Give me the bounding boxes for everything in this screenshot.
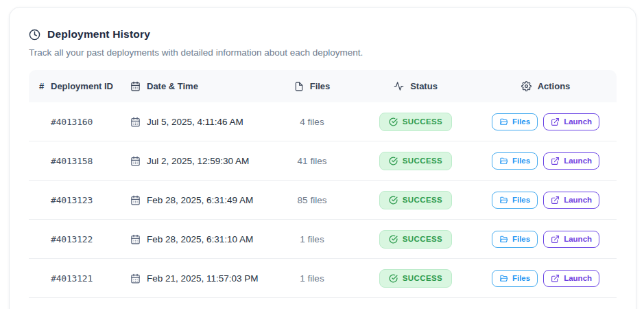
calendar-icon [130, 195, 141, 205]
deployment-id: #4013123 [51, 195, 130, 205]
table-body: #4013160 Jul 5, 2025, 4:11:46 AM 4 files… [29, 102, 617, 298]
page-subtitle: Track all your past deployments with det… [29, 47, 617, 58]
header-deployment-id: Deployment ID [51, 81, 130, 91]
actions-cell: Files Launch [475, 152, 617, 170]
actions-cell: Files Launch [475, 231, 617, 248]
deployment-date-cell: Jul 5, 2025, 4:11:46 AM [130, 117, 267, 127]
status-badge: SUCCESS [379, 152, 452, 170]
header-status-label: Status [410, 81, 438, 91]
folder-icon [499, 274, 508, 283]
header-status: Status [357, 81, 475, 91]
status-cell: SUCCESS [357, 113, 475, 131]
header-date-time-label: Date & Time [147, 81, 198, 91]
table-row: #4013123 Feb 28, 2025, 6:31:49 AM 85 fil… [29, 181, 617, 220]
deployment-id: #4013158 [51, 156, 130, 166]
calendar-icon [130, 117, 141, 127]
card-header: Deployment History [29, 28, 617, 41]
check-circle-icon [389, 157, 398, 165]
launch-button-label: Launch [564, 196, 592, 204]
deployment-datetime: Feb 28, 2025, 6:31:49 AM [147, 195, 253, 205]
launch-button[interactable]: Launch [543, 113, 599, 130]
calendar-icon [130, 234, 141, 244]
files-button[interactable]: Files [492, 113, 538, 130]
header-deployment-id-label: Deployment ID [51, 81, 113, 91]
table-row: #4013160 Jul 5, 2025, 4:11:46 AM 4 files… [29, 102, 617, 141]
status-label: SUCCESS [403, 157, 442, 165]
table-row: #4013121 Feb 21, 2025, 11:57:03 PM 1 fil… [29, 259, 617, 298]
external-link-icon [551, 274, 560, 283]
files-count: 1 files [267, 273, 357, 284]
check-circle-icon [389, 235, 398, 244]
file-icon [294, 82, 304, 91]
files-button-label: Files [512, 235, 530, 243]
files-count: 41 files [267, 156, 357, 166]
launch-button[interactable]: Launch [543, 192, 599, 209]
header-actions: Actions [475, 81, 617, 91]
header-files-label: Files [310, 81, 331, 91]
deployment-date-cell: Jul 2, 2025, 12:59:30 AM [130, 156, 267, 166]
deployment-history-card: Deployment History Track all your past d… [9, 7, 636, 309]
launch-button[interactable]: Launch [543, 152, 599, 170]
header-number-label: # [39, 81, 44, 91]
status-label: SUCCESS [403, 117, 442, 126]
files-button-label: Files [512, 117, 530, 126]
files-count: 1 files [267, 234, 357, 244]
table-row: #4013122 Feb 28, 2025, 6:31:10 AM 1 file… [29, 220, 617, 259]
clock-icon [29, 29, 40, 41]
header-files: Files [267, 81, 357, 91]
actions-cell: Files Launch [475, 113, 617, 130]
check-circle-icon [389, 196, 398, 205]
launch-button-label: Launch [564, 117, 592, 126]
calendar-icon [130, 81, 141, 91]
files-count: 4 files [267, 117, 357, 127]
files-button[interactable]: Files [492, 192, 538, 209]
header-actions-label: Actions [538, 81, 571, 91]
header-number: # [29, 81, 51, 91]
deployment-date-cell: Feb 28, 2025, 6:31:49 AM [130, 195, 267, 205]
files-button-label: Files [512, 274, 530, 282]
status-badge: SUCCESS [379, 269, 452, 288]
gear-icon [521, 81, 532, 91]
page-title: Deployment History [47, 28, 150, 41]
deployment-id: #4013160 [51, 117, 130, 127]
actions-cell: Files Launch [475, 270, 617, 287]
status-cell: SUCCESS [357, 152, 475, 170]
files-button[interactable]: Files [492, 270, 538, 287]
status-badge: SUCCESS [379, 113, 452, 131]
launch-button[interactable]: Launch [543, 231, 599, 248]
external-link-icon [551, 235, 560, 244]
launch-button-label: Launch [564, 274, 592, 282]
deployment-date-cell: Feb 21, 2025, 11:57:03 PM [130, 273, 267, 284]
launch-button-label: Launch [564, 235, 592, 243]
check-circle-icon [389, 274, 398, 283]
external-link-icon [551, 196, 560, 205]
table-header-row: # Deployment ID Date & Time Files [29, 70, 617, 102]
status-label: SUCCESS [403, 196, 442, 204]
folder-icon [499, 117, 508, 126]
folder-icon [499, 157, 508, 165]
deployments-table: # Deployment ID Date & Time Files [29, 70, 617, 298]
activity-icon [394, 81, 404, 91]
status-badge: SUCCESS [379, 191, 452, 209]
header-date-time: Date & Time [130, 81, 267, 91]
files-button-label: Files [512, 157, 530, 165]
files-button[interactable]: Files [492, 231, 538, 248]
deployment-datetime: Feb 21, 2025, 11:57:03 PM [147, 273, 259, 284]
external-link-icon [551, 157, 560, 165]
deployment-datetime: Feb 28, 2025, 6:31:10 AM [147, 234, 253, 244]
external-link-icon [551, 117, 560, 126]
status-cell: SUCCESS [357, 269, 475, 288]
launch-button[interactable]: Launch [543, 270, 599, 287]
deployment-date-cell: Feb 28, 2025, 6:31:10 AM [130, 234, 267, 244]
files-button-label: Files [512, 196, 530, 204]
status-cell: SUCCESS [357, 191, 475, 209]
deployment-datetime: Jul 2, 2025, 12:59:30 AM [147, 156, 249, 166]
status-label: SUCCESS [403, 274, 442, 282]
files-button[interactable]: Files [492, 152, 538, 170]
deployment-id: #4013122 [51, 234, 130, 244]
calendar-icon [130, 273, 141, 284]
check-circle-icon [389, 117, 398, 126]
table-row: #4013158 Jul 2, 2025, 12:59:30 AM 41 fil… [29, 141, 617, 181]
files-count: 85 files [267, 195, 357, 205]
folder-icon [499, 235, 508, 244]
